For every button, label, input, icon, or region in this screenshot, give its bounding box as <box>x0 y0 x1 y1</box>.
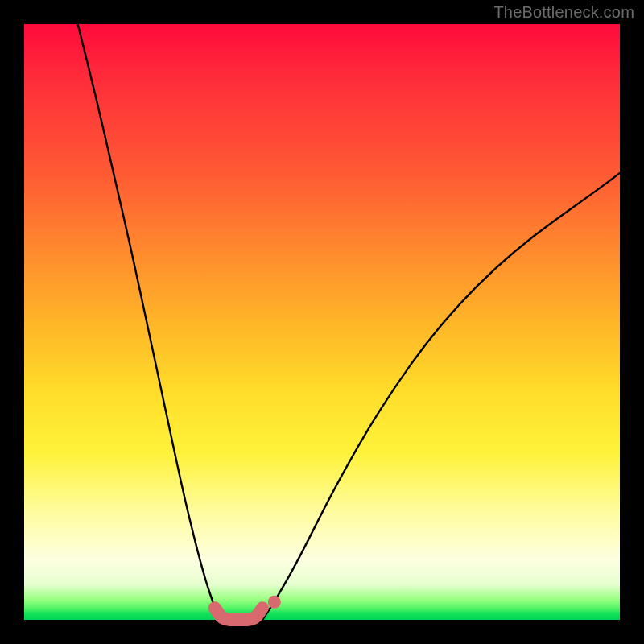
watermark-text: TheBottleneck.com <box>493 3 634 22</box>
plot-area <box>24 24 620 620</box>
chart-svg <box>24 24 620 620</box>
curve-left-branch <box>78 24 221 620</box>
curve-trough <box>215 608 262 620</box>
curve-right-branch <box>262 173 620 620</box>
trough-dot <box>268 596 281 609</box>
outer-frame: TheBottleneck.com <box>0 0 644 644</box>
